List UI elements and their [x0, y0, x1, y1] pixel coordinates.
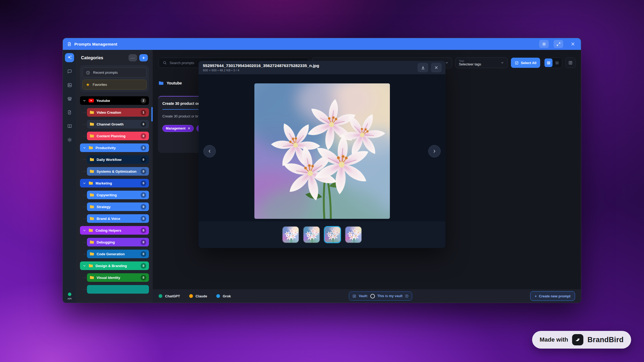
rail-item-images[interactable]: [65, 80, 74, 90]
favorites-item[interactable]: ★ Favorites: [82, 80, 147, 90]
category-item-channel-growth[interactable]: Channel Growth0: [87, 120, 149, 128]
window-title: Prompts Management: [74, 42, 117, 46]
thumbnail-3-selected[interactable]: [324, 226, 341, 243]
settings-button[interactable]: [539, 40, 549, 48]
thumbnail-image: [303, 227, 320, 243]
folder-icon: [89, 146, 93, 150]
count-badge: 0: [141, 133, 146, 139]
brandbird-logo-icon: [572, 334, 583, 345]
close-icon: [571, 42, 575, 46]
api-status: API: [63, 293, 76, 300]
category-item-coding-helpers[interactable]: Coding Helpers0: [80, 226, 149, 235]
thumbnail-strip: [199, 221, 445, 248]
chevron-down-icon[interactable]: [83, 264, 86, 268]
category-item-partial[interactable]: [87, 285, 149, 294]
vault-label: Vault:: [359, 294, 368, 298]
chevron-down-icon: [445, 61, 449, 65]
category-item-systems-optimization[interactable]: Systems & Optimization0: [87, 167, 149, 176]
category-item-video-creation[interactable]: Video Creation1: [87, 108, 149, 117]
section-header: Youtube: [159, 81, 182, 85]
recent-prompts-item[interactable]: Recent prompts: [82, 68, 147, 77]
folder-icon: [90, 276, 94, 279]
rail-item-documents[interactable]: [65, 108, 74, 117]
model-legend: ChatGPTClaudeGrok: [159, 294, 231, 298]
more-options-button[interactable]: ···: [129, 54, 137, 61]
thumbnail-1[interactable]: [282, 226, 299, 243]
rail-item-store[interactable]: [65, 94, 74, 103]
api-label: API: [67, 297, 71, 300]
rail-item-settings[interactable]: [65, 135, 74, 144]
category-item-youtube[interactable]: Youtube2: [80, 96, 149, 105]
tags-dropdown-value: Selecteer tags: [459, 62, 500, 66]
settings-icon: [542, 42, 546, 46]
category-item-debugging[interactable]: Debugging0: [87, 238, 149, 246]
category-item-code-generation[interactable]: Code Generation0: [87, 250, 149, 258]
modal-close-button[interactable]: [431, 63, 442, 72]
download-button[interactable]: [418, 63, 428, 72]
select-all-button[interactable]: Select All: [511, 58, 540, 68]
category-item-copywriting[interactable]: Copywriting0: [87, 191, 149, 199]
count-badge: 0: [141, 216, 146, 221]
thumbnail-2[interactable]: [303, 226, 320, 243]
category-tree: Youtube2Video Creation1Channel Growth0Co…: [80, 96, 149, 303]
category-item-marketing[interactable]: Marketing0: [80, 179, 149, 187]
count-badge: 2: [141, 98, 146, 104]
file-icon: [67, 110, 72, 115]
api-status-dot: [68, 293, 71, 296]
app-window: Prompts Management: [63, 38, 581, 303]
view-toggle: [543, 57, 562, 68]
legend-item-grok: Grok: [216, 294, 231, 298]
chevron-down-icon[interactable]: [83, 182, 86, 185]
rail-item-chat[interactable]: [65, 67, 74, 76]
count-badge: 0: [141, 275, 146, 280]
rail-item-library[interactable]: [65, 121, 74, 131]
image-icon: [67, 83, 72, 88]
count-badge: 0: [141, 263, 146, 269]
count-badge: 0: [141, 157, 146, 162]
folder-icon: [90, 110, 94, 114]
grid-view-button[interactable]: [544, 58, 552, 67]
tag-pill-management[interactable]: Management✕: [162, 125, 194, 132]
vault-toggle-circle[interactable]: [370, 294, 375, 298]
tags-dropdown[interactable]: Tags Selecteer tags: [455, 57, 508, 68]
brandbird-badge: Made with BrandBird: [532, 331, 631, 349]
modal-header: 552957644_730179543402016_35627248763752…: [199, 61, 445, 74]
plus-icon: +: [142, 55, 145, 61]
thumbnail-4[interactable]: [345, 226, 362, 243]
list-view-button[interactable]: [553, 58, 561, 67]
category-item-daily-workflow[interactable]: Daily Workflow0: [87, 155, 149, 164]
add-category-button[interactable]: +: [139, 54, 148, 61]
vault-icon: [352, 294, 356, 298]
close-icon: [434, 65, 438, 70]
close-button[interactable]: [568, 40, 578, 48]
chevron-down-icon: [500, 61, 504, 65]
category-item-brand-voice[interactable]: Brand & Voice0: [87, 214, 149, 223]
category-item-productivity[interactable]: Productivity3: [80, 143, 149, 152]
chevron-down-icon[interactable]: [83, 229, 86, 232]
folder-icon: [159, 81, 164, 85]
favorites-label: Favorites: [93, 83, 107, 87]
expand-button[interactable]: [554, 40, 563, 48]
chevron-down-icon[interactable]: [83, 146, 86, 150]
category-item-content-planning[interactable]: Content Planning0: [87, 132, 149, 140]
chevron-down-icon[interactable]: [83, 99, 86, 102]
category-item-design-branding[interactable]: Design & Branding0: [80, 261, 149, 270]
rail-item-prompts[interactable]: [65, 53, 74, 62]
count-badge: 0: [141, 204, 146, 210]
search-placeholder: Search prompts: [170, 61, 194, 65]
layout-grid-button[interactable]: [565, 57, 576, 68]
category-item-strategy[interactable]: Strategy0: [87, 202, 149, 211]
grid-view-icon: [547, 61, 551, 65]
main-content: Search prompts Tags Selecteer tags: [153, 50, 581, 303]
category-item-visual-identity[interactable]: Visual Identity0: [87, 273, 149, 282]
previous-image-button[interactable]: [203, 145, 216, 157]
recent-prompts-label: Recent prompts: [93, 71, 118, 75]
folder-icon: [90, 158, 94, 161]
create-new-prompt-button[interactable]: + Create new prompt: [530, 291, 575, 301]
next-image-button[interactable]: [428, 145, 441, 157]
categories-sidebar: Categories ··· + Recent prompts ★ Favo: [76, 50, 153, 303]
legend-item-chatgpt: ChatGPT: [159, 294, 180, 298]
vault-toggle-pill[interactable]: Vault: This is my vault: [349, 291, 412, 301]
remove-tag-icon[interactable]: ✕: [188, 127, 190, 130]
count-badge: 0: [141, 251, 146, 257]
